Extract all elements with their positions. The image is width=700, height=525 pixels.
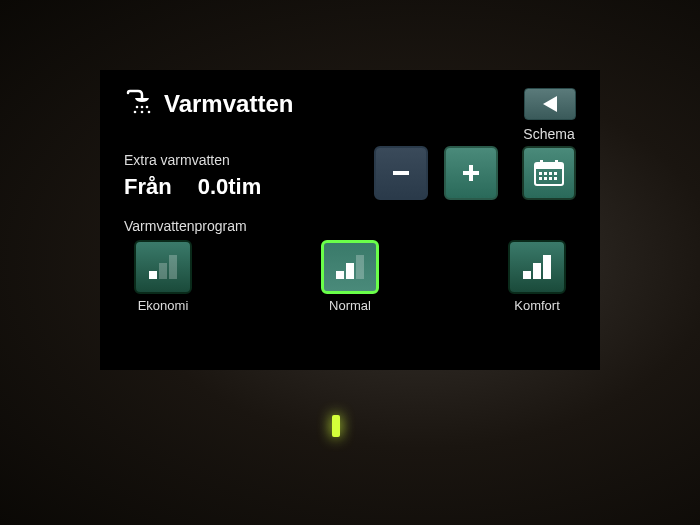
program-label: Varmvattenprogram [124,218,576,234]
svg-point-0 [136,106,139,109]
program-row: Ekonomi Normal [124,240,576,313]
svg-rect-6 [393,171,409,175]
svg-rect-13 [539,172,542,175]
svg-rect-20 [554,177,557,180]
economy-label: Ekonomi [138,298,189,313]
svg-rect-22 [159,263,167,279]
svg-rect-21 [149,271,157,279]
status-led [332,415,340,437]
page-title: Varmvatten [164,90,293,118]
svg-point-4 [141,111,144,114]
svg-rect-11 [540,160,543,166]
svg-rect-26 [356,255,364,279]
bars-medium-icon [332,251,368,283]
svg-rect-8 [469,165,473,181]
svg-rect-27 [523,271,531,279]
schedule-block: Schema [522,126,576,200]
svg-rect-14 [544,172,547,175]
increase-button[interactable] [444,146,498,200]
adjust-buttons [374,146,498,200]
comfort-button[interactable] [508,240,566,294]
svg-rect-16 [554,172,557,175]
extra-block: Extra varmvatten Från 0.0tim [124,152,354,200]
svg-rect-18 [544,177,547,180]
extra-hot-water-row: Extra varmvatten Från 0.0tim Schema [124,126,576,200]
minus-icon [387,159,415,187]
schedule-label: Schema [523,126,574,142]
program-item-normal: Normal [321,240,379,313]
bars-low-icon [145,251,181,283]
extra-value-row: Från 0.0tim [124,174,354,200]
bars-high-icon [519,251,555,283]
extra-duration: 0.0tim [198,174,262,200]
svg-rect-25 [346,263,354,279]
extra-label: Extra varmvatten [124,152,354,168]
svg-point-3 [134,111,137,114]
back-arrow-icon [539,94,561,114]
calendar-icon [532,158,566,188]
normal-label: Normal [329,298,371,313]
normal-button[interactable] [321,240,379,294]
back-button[interactable] [524,88,576,120]
header: Varmvatten [124,88,576,120]
svg-rect-19 [549,177,552,180]
svg-point-2 [146,106,149,109]
svg-rect-17 [539,177,542,180]
svg-rect-29 [543,255,551,279]
shower-icon [124,89,154,119]
program-item-economy: Ekonomi [134,240,192,313]
svg-rect-24 [336,271,344,279]
hot-water-panel: Varmvatten Extra varmvatten Från 0.0tim [100,70,600,370]
svg-rect-23 [169,255,177,279]
title-group: Varmvatten [124,89,293,119]
comfort-label: Komfort [514,298,560,313]
svg-rect-28 [533,263,541,279]
program-section: Varmvattenprogram Ekonomi [124,218,576,313]
svg-rect-10 [535,163,563,169]
plus-icon [457,159,485,187]
svg-point-5 [148,111,151,114]
program-item-comfort: Komfort [508,240,566,313]
svg-rect-15 [549,172,552,175]
schedule-button[interactable] [522,146,576,200]
economy-button[interactable] [134,240,192,294]
svg-point-1 [141,106,144,109]
extra-state: Från [124,174,172,200]
decrease-button[interactable] [374,146,428,200]
svg-rect-12 [555,160,558,166]
